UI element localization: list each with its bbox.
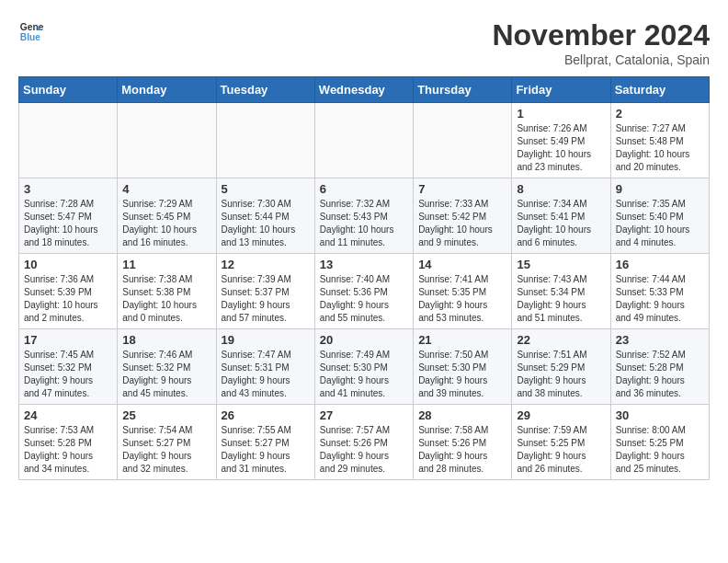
day-info: Sunrise: 7:43 AM Sunset: 5:34 PM Dayligh…	[517, 273, 605, 325]
svg-text:General: General	[20, 22, 44, 32]
day-info: Sunrise: 7:53 AM Sunset: 5:28 PM Dayligh…	[24, 424, 112, 476]
day-number: 4	[122, 182, 210, 196]
day-number: 15	[517, 258, 605, 271]
day-info: Sunrise: 8:00 AM Sunset: 5:25 PM Dayligh…	[616, 424, 704, 476]
table-row: 16Sunrise: 7:44 AM Sunset: 5:33 PM Dayli…	[610, 254, 709, 329]
day-number: 10	[24, 258, 112, 271]
calendar-table: Sunday Monday Tuesday Wednesday Thursday…	[18, 76, 710, 480]
day-number: 3	[24, 182, 112, 196]
day-info: Sunrise: 7:44 AM Sunset: 5:33 PM Dayligh…	[616, 273, 704, 325]
table-row: 30Sunrise: 8:00 AM Sunset: 5:25 PM Dayli…	[610, 405, 709, 480]
day-info: Sunrise: 7:49 AM Sunset: 5:30 PM Dayligh…	[320, 349, 408, 400]
day-info: Sunrise: 7:59 AM Sunset: 5:25 PM Dayligh…	[517, 424, 605, 476]
day-info: Sunrise: 7:30 AM Sunset: 5:44 PM Dayligh…	[222, 198, 310, 249]
table-row: 5Sunrise: 7:30 AM Sunset: 5:44 PM Daylig…	[216, 178, 314, 254]
day-info: Sunrise: 7:51 AM Sunset: 5:29 PM Dayligh…	[517, 349, 605, 400]
day-number: 16	[616, 258, 704, 271]
table-row	[314, 103, 413, 178]
day-info: Sunrise: 7:55 AM Sunset: 5:27 PM Dayligh…	[222, 424, 310, 476]
table-row: 10Sunrise: 7:36 AM Sunset: 5:39 PM Dayli…	[19, 254, 118, 329]
day-info: Sunrise: 7:28 AM Sunset: 5:47 PM Dayligh…	[24, 198, 112, 249]
table-row: 9Sunrise: 7:35 AM Sunset: 5:40 PM Daylig…	[610, 178, 709, 254]
day-number: 5	[222, 182, 310, 196]
table-row: 13Sunrise: 7:40 AM Sunset: 5:36 PM Dayli…	[314, 254, 413, 329]
table-row: 18Sunrise: 7:46 AM Sunset: 5:32 PM Dayli…	[118, 329, 216, 405]
day-number: 17	[24, 333, 112, 347]
day-number: 22	[517, 333, 605, 347]
day-info: Sunrise: 7:54 AM Sunset: 5:27 PM Dayligh…	[122, 424, 210, 476]
table-row: 20Sunrise: 7:49 AM Sunset: 5:30 PM Dayli…	[314, 329, 413, 405]
table-row: 22Sunrise: 7:51 AM Sunset: 5:29 PM Dayli…	[512, 329, 610, 405]
day-number: 29	[517, 408, 605, 422]
calendar-week-row: 10Sunrise: 7:36 AM Sunset: 5:39 PM Dayli…	[19, 254, 710, 329]
table-row: 1Sunrise: 7:26 AM Sunset: 5:49 PM Daylig…	[512, 103, 610, 178]
title-area: November 2024 Bellprat, Catalonia, Spain	[492, 18, 710, 67]
day-info: Sunrise: 7:58 AM Sunset: 5:26 PM Dayligh…	[418, 424, 506, 476]
table-row: 6Sunrise: 7:32 AM Sunset: 5:43 PM Daylig…	[314, 178, 413, 254]
day-info: Sunrise: 7:40 AM Sunset: 5:36 PM Dayligh…	[320, 273, 408, 325]
calendar-week-row: 17Sunrise: 7:45 AM Sunset: 5:32 PM Dayli…	[19, 329, 710, 405]
day-number: 21	[418, 333, 506, 347]
day-number: 6	[320, 182, 408, 196]
day-info: Sunrise: 7:39 AM Sunset: 5:37 PM Dayligh…	[222, 273, 310, 325]
page-header: General Blue November 2024 Bellprat, Cat…	[18, 18, 710, 67]
table-row: 29Sunrise: 7:59 AM Sunset: 5:25 PM Dayli…	[512, 405, 610, 480]
col-monday: Monday	[118, 77, 216, 103]
day-number: 24	[24, 408, 112, 422]
table-row: 3Sunrise: 7:28 AM Sunset: 5:47 PM Daylig…	[19, 178, 118, 254]
day-number: 2	[616, 107, 704, 121]
calendar-header-row: Sunday Monday Tuesday Wednesday Thursday…	[19, 77, 710, 103]
table-row: 11Sunrise: 7:38 AM Sunset: 5:38 PM Dayli…	[118, 254, 216, 329]
table-row: 19Sunrise: 7:47 AM Sunset: 5:31 PM Dayli…	[216, 329, 314, 405]
day-number: 11	[122, 258, 210, 271]
table-row	[216, 103, 314, 178]
day-info: Sunrise: 7:47 AM Sunset: 5:31 PM Dayligh…	[222, 349, 310, 400]
table-row: 27Sunrise: 7:57 AM Sunset: 5:26 PM Dayli…	[314, 405, 413, 480]
location-subtitle: Bellprat, Catalonia, Spain	[492, 52, 710, 67]
day-info: Sunrise: 7:46 AM Sunset: 5:32 PM Dayligh…	[122, 349, 210, 400]
month-title: November 2024	[492, 18, 710, 52]
table-row	[414, 103, 512, 178]
table-row: 12Sunrise: 7:39 AM Sunset: 5:37 PM Dayli…	[216, 254, 314, 329]
calendar-week-row: 1Sunrise: 7:26 AM Sunset: 5:49 PM Daylig…	[19, 103, 710, 178]
day-info: Sunrise: 7:26 AM Sunset: 5:49 PM Dayligh…	[517, 122, 605, 174]
day-number: 8	[517, 182, 605, 196]
calendar-week-row: 3Sunrise: 7:28 AM Sunset: 5:47 PM Daylig…	[19, 178, 710, 254]
day-number: 25	[122, 408, 210, 422]
svg-text:Blue: Blue	[20, 32, 41, 42]
day-info: Sunrise: 7:50 AM Sunset: 5:30 PM Dayligh…	[418, 349, 506, 400]
table-row: 23Sunrise: 7:52 AM Sunset: 5:28 PM Dayli…	[610, 329, 709, 405]
table-row: 21Sunrise: 7:50 AM Sunset: 5:30 PM Dayli…	[414, 329, 512, 405]
table-row: 26Sunrise: 7:55 AM Sunset: 5:27 PM Dayli…	[216, 405, 314, 480]
col-friday: Friday	[512, 77, 610, 103]
table-row: 2Sunrise: 7:27 AM Sunset: 5:48 PM Daylig…	[610, 103, 709, 178]
day-number: 1	[517, 107, 605, 121]
col-thursday: Thursday	[414, 77, 512, 103]
day-number: 27	[320, 408, 408, 422]
col-saturday: Saturday	[610, 77, 709, 103]
table-row: 25Sunrise: 7:54 AM Sunset: 5:27 PM Dayli…	[118, 405, 216, 480]
day-number: 14	[418, 258, 506, 271]
day-info: Sunrise: 7:57 AM Sunset: 5:26 PM Dayligh…	[320, 424, 408, 476]
day-info: Sunrise: 7:33 AM Sunset: 5:42 PM Dayligh…	[418, 198, 506, 249]
day-number: 28	[418, 408, 506, 422]
day-number: 23	[616, 333, 704, 347]
day-number: 13	[320, 258, 408, 271]
table-row: 7Sunrise: 7:33 AM Sunset: 5:42 PM Daylig…	[414, 178, 512, 254]
col-sunday: Sunday	[19, 77, 118, 103]
table-row: 14Sunrise: 7:41 AM Sunset: 5:35 PM Dayli…	[414, 254, 512, 329]
day-info: Sunrise: 7:29 AM Sunset: 5:45 PM Dayligh…	[122, 198, 210, 249]
table-row: 28Sunrise: 7:58 AM Sunset: 5:26 PM Dayli…	[414, 405, 512, 480]
day-info: Sunrise: 7:36 AM Sunset: 5:39 PM Dayligh…	[24, 273, 112, 325]
day-number: 26	[222, 408, 310, 422]
day-number: 18	[122, 333, 210, 347]
day-number: 20	[320, 333, 408, 347]
table-row: 17Sunrise: 7:45 AM Sunset: 5:32 PM Dayli…	[19, 329, 118, 405]
table-row	[118, 103, 216, 178]
calendar-week-row: 24Sunrise: 7:53 AM Sunset: 5:28 PM Dayli…	[19, 405, 710, 480]
day-info: Sunrise: 7:38 AM Sunset: 5:38 PM Dayligh…	[122, 273, 210, 325]
day-info: Sunrise: 7:34 AM Sunset: 5:41 PM Dayligh…	[517, 198, 605, 249]
day-number: 30	[616, 408, 704, 422]
table-row: 8Sunrise: 7:34 AM Sunset: 5:41 PM Daylig…	[512, 178, 610, 254]
table-row: 15Sunrise: 7:43 AM Sunset: 5:34 PM Dayli…	[512, 254, 610, 329]
